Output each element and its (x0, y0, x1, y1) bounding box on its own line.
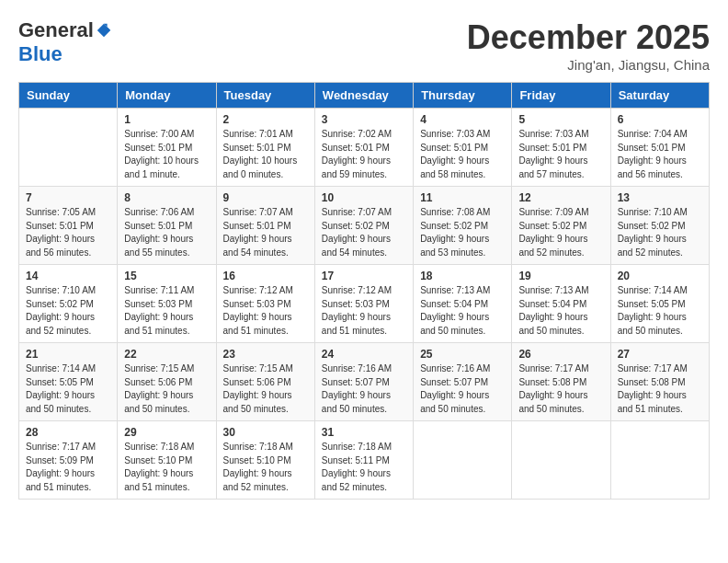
calendar-cell: 1Sunrise: 7:00 AMSunset: 5:01 PMDaylight… (118, 109, 216, 187)
day-info: Sunrise: 7:07 AMSunset: 5:02 PMDaylight:… (322, 206, 406, 259)
calendar-week-4: 21Sunrise: 7:14 AMSunset: 5:05 PMDayligh… (19, 343, 710, 421)
calendar-cell: 29Sunrise: 7:18 AMSunset: 5:10 PMDayligh… (118, 421, 216, 500)
calendar-cell: 27Sunrise: 7:17 AMSunset: 5:08 PMDayligh… (610, 343, 709, 421)
day-info: Sunrise: 7:03 AMSunset: 5:01 PMDaylight:… (518, 128, 603, 181)
calendar-cell (512, 421, 610, 500)
day-info: Sunrise: 7:18 AMSunset: 5:10 PMDaylight:… (124, 441, 209, 494)
day-number: 28 (26, 426, 110, 439)
calendar-cell: 5Sunrise: 7:03 AMSunset: 5:01 PMDaylight… (512, 109, 610, 187)
day-info: Sunrise: 7:08 AMSunset: 5:02 PMDaylight:… (420, 206, 505, 259)
day-number: 1 (124, 113, 209, 126)
calendar-cell: 28Sunrise: 7:17 AMSunset: 5:09 PMDayligh… (19, 421, 118, 500)
day-info: Sunrise: 7:18 AMSunset: 5:10 PMDaylight:… (223, 441, 308, 494)
calendar-cell (610, 421, 709, 500)
calendar-cell: 22Sunrise: 7:15 AMSunset: 5:06 PMDayligh… (118, 343, 216, 421)
weekday-header-tuesday: Tuesday (216, 83, 314, 109)
calendar-cell: 6Sunrise: 7:04 AMSunset: 5:01 PMDaylight… (610, 109, 709, 187)
day-number: 2 (223, 113, 308, 126)
calendar-week-3: 14Sunrise: 7:10 AMSunset: 5:02 PMDayligh… (19, 265, 710, 343)
day-info: Sunrise: 7:11 AMSunset: 5:03 PMDaylight:… (124, 284, 209, 338)
calendar-cell: 14Sunrise: 7:10 AMSunset: 5:02 PMDayligh… (19, 265, 118, 343)
weekday-header-saturday: Saturday (610, 83, 709, 109)
calendar-cell: 23Sunrise: 7:15 AMSunset: 5:06 PMDayligh… (216, 343, 314, 421)
calendar-cell: 2Sunrise: 7:01 AMSunset: 5:01 PMDaylight… (216, 109, 314, 187)
calendar-cell: 7Sunrise: 7:05 AMSunset: 5:01 PMDaylight… (19, 187, 118, 265)
logo: General Blue (18, 18, 112, 66)
day-info: Sunrise: 7:17 AMSunset: 5:09 PMDaylight:… (26, 441, 110, 494)
day-number: 18 (420, 270, 505, 282)
weekday-header-friday: Friday (512, 83, 610, 109)
day-info: Sunrise: 7:05 AMSunset: 5:01 PMDaylight:… (26, 206, 110, 259)
day-info: Sunrise: 7:10 AMSunset: 5:02 PMDaylight:… (618, 206, 702, 259)
calendar-cell: 21Sunrise: 7:14 AMSunset: 5:05 PMDayligh… (19, 343, 118, 421)
day-number: 29 (124, 426, 209, 439)
day-info: Sunrise: 7:09 AMSunset: 5:02 PMDaylight:… (518, 206, 603, 259)
day-number: 6 (618, 113, 702, 126)
calendar-cell: 3Sunrise: 7:02 AMSunset: 5:01 PMDaylight… (314, 109, 413, 187)
day-number: 16 (223, 270, 308, 282)
day-number: 14 (26, 270, 110, 282)
weekday-header-wednesday: Wednesday (314, 83, 413, 109)
day-number: 26 (518, 348, 603, 361)
day-number: 7 (26, 191, 110, 204)
calendar-cell (414, 421, 512, 500)
day-number: 31 (322, 426, 406, 439)
day-info: Sunrise: 7:12 AMSunset: 5:03 PMDaylight:… (223, 284, 308, 338)
calendar-cell: 13Sunrise: 7:10 AMSunset: 5:02 PMDayligh… (610, 187, 709, 265)
day-info: Sunrise: 7:10 AMSunset: 5:02 PMDaylight:… (26, 284, 110, 338)
day-number: 9 (223, 191, 308, 204)
location: Jing'an, Jiangsu, China (467, 57, 710, 73)
day-info: Sunrise: 7:00 AMSunset: 5:01 PMDaylight:… (124, 128, 209, 181)
day-number: 8 (124, 191, 209, 204)
calendar-cell: 17Sunrise: 7:12 AMSunset: 5:03 PMDayligh… (314, 265, 413, 343)
calendar-cell: 19Sunrise: 7:13 AMSunset: 5:04 PMDayligh… (512, 265, 610, 343)
day-number: 24 (322, 348, 406, 361)
day-info: Sunrise: 7:18 AMSunset: 5:11 PMDaylight:… (322, 441, 406, 494)
calendar-cell: 30Sunrise: 7:18 AMSunset: 5:10 PMDayligh… (216, 421, 314, 500)
calendar-cell: 9Sunrise: 7:07 AMSunset: 5:01 PMDaylight… (216, 187, 314, 265)
calendar-header-row: SundayMondayTuesdayWednesdayThursdayFrid… (19, 83, 710, 109)
calendar-week-5: 28Sunrise: 7:17 AMSunset: 5:09 PMDayligh… (19, 421, 710, 500)
day-number: 10 (322, 191, 406, 204)
day-info: Sunrise: 7:15 AMSunset: 5:06 PMDaylight:… (223, 362, 308, 416)
day-number: 13 (618, 191, 702, 204)
day-info: Sunrise: 7:14 AMSunset: 5:05 PMDaylight:… (618, 284, 702, 338)
weekday-header-monday: Monday (118, 83, 216, 109)
day-info: Sunrise: 7:16 AMSunset: 5:07 PMDaylight:… (322, 362, 406, 416)
title-block: December 2025 Jing'an, Jiangsu, China (467, 18, 710, 73)
logo-blue: Blue (18, 42, 63, 66)
day-info: Sunrise: 7:17 AMSunset: 5:08 PMDaylight:… (618, 362, 702, 416)
calendar-cell: 31Sunrise: 7:18 AMSunset: 5:11 PMDayligh… (314, 421, 413, 500)
day-number: 25 (420, 348, 505, 361)
day-number: 30 (223, 426, 308, 439)
calendar-cell: 26Sunrise: 7:17 AMSunset: 5:08 PMDayligh… (512, 343, 610, 421)
day-number: 20 (618, 270, 702, 282)
day-info: Sunrise: 7:07 AMSunset: 5:01 PMDaylight:… (223, 206, 308, 259)
day-number: 12 (518, 191, 603, 204)
day-number: 15 (124, 270, 209, 282)
day-info: Sunrise: 7:02 AMSunset: 5:01 PMDaylight:… (322, 128, 406, 181)
calendar-cell: 16Sunrise: 7:12 AMSunset: 5:03 PMDayligh… (216, 265, 314, 343)
calendar: SundayMondayTuesdayWednesdayThursdayFrid… (18, 82, 710, 500)
calendar-cell: 11Sunrise: 7:08 AMSunset: 5:02 PMDayligh… (414, 187, 512, 265)
month-title: December 2025 (467, 18, 710, 57)
day-number: 5 (518, 113, 603, 126)
day-info: Sunrise: 7:01 AMSunset: 5:01 PMDaylight:… (223, 128, 308, 181)
day-number: 19 (518, 270, 603, 282)
day-info: Sunrise: 7:16 AMSunset: 5:07 PMDaylight:… (420, 362, 505, 416)
calendar-week-1: 1Sunrise: 7:00 AMSunset: 5:01 PMDaylight… (19, 109, 710, 187)
day-info: Sunrise: 7:03 AMSunset: 5:01 PMDaylight:… (420, 128, 505, 181)
calendar-cell: 10Sunrise: 7:07 AMSunset: 5:02 PMDayligh… (314, 187, 413, 265)
calendar-cell: 4Sunrise: 7:03 AMSunset: 5:01 PMDaylight… (414, 109, 512, 187)
weekday-header-thursday: Thursday (414, 83, 512, 109)
day-number: 17 (322, 270, 406, 282)
calendar-cell: 24Sunrise: 7:16 AMSunset: 5:07 PMDayligh… (314, 343, 413, 421)
calendar-cell: 8Sunrise: 7:06 AMSunset: 5:01 PMDaylight… (118, 187, 216, 265)
day-info: Sunrise: 7:17 AMSunset: 5:08 PMDaylight:… (518, 362, 603, 416)
weekday-header-sunday: Sunday (19, 83, 118, 109)
day-number: 23 (223, 348, 308, 361)
logo-general: General (18, 18, 94, 42)
calendar-cell: 12Sunrise: 7:09 AMSunset: 5:02 PMDayligh… (512, 187, 610, 265)
day-number: 21 (26, 348, 110, 361)
day-number: 22 (124, 348, 209, 361)
